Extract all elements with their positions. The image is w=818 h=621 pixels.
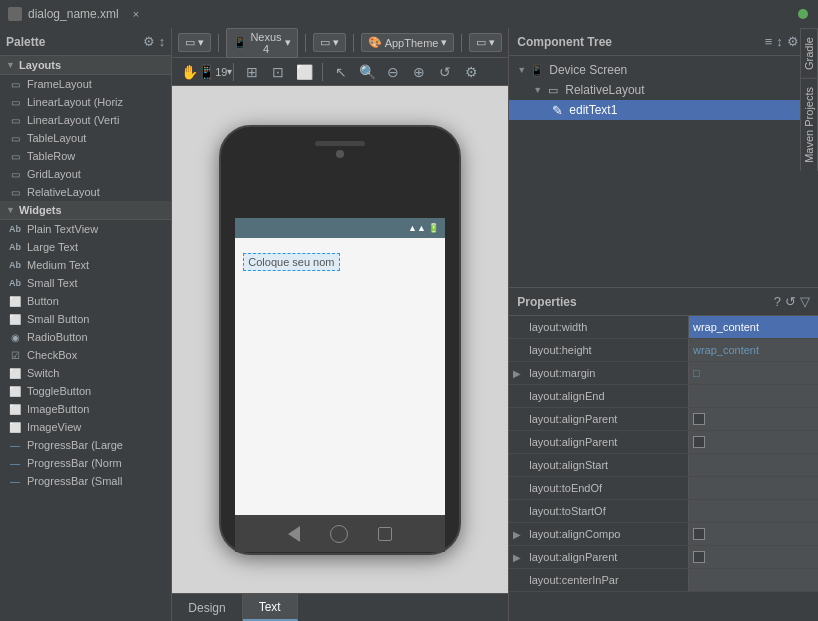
close-tab-button[interactable]: ×: [133, 8, 139, 20]
palette-item-imageview[interactable]: ⬜ ImageView: [0, 418, 171, 436]
properties-filter-button[interactable]: ▽: [800, 294, 810, 309]
prop-row-layout-centerinpar[interactable]: layout:centerInPar: [509, 569, 818, 592]
layout-button[interactable]: ▭ ▾: [313, 33, 346, 52]
device-label: Nexus 4: [250, 31, 282, 55]
layout-alignstart-value[interactable]: [688, 454, 818, 476]
palette-item-framelayout[interactable]: ▭ FrameLayout: [0, 75, 171, 93]
palette-item-progressbar-large[interactable]: — ProgressBar (Large: [0, 436, 171, 454]
palette-item-linearlayout-vert[interactable]: ▭ LinearLayout (Verti: [0, 111, 171, 129]
layout-aligncompo-expand[interactable]: ▶: [509, 529, 525, 540]
palette-item-button[interactable]: ⬜ Button: [0, 292, 171, 310]
palette-item-tablelayout[interactable]: ▭ TableLayout: [0, 129, 171, 147]
alignparent1-checkbox[interactable]: [693, 413, 705, 425]
tab-design-label: Design: [188, 601, 225, 615]
alignparent2-checkbox[interactable]: [693, 436, 705, 448]
palette-filter-icon[interactable]: ↕: [159, 34, 166, 49]
refresh-button[interactable]: ↺: [434, 61, 456, 83]
palette-item-largetext[interactable]: Ab Large Text: [0, 238, 171, 256]
palette-item-gridlayout[interactable]: ▭ GridLayout: [0, 165, 171, 183]
layout-alignparent3-expand[interactable]: ▶: [509, 552, 525, 563]
palette-item-progressbar-small[interactable]: — ProgressBar (Small: [0, 472, 171, 490]
prop-row-layout-alignend[interactable]: layout:alignEnd: [509, 385, 818, 408]
device-icon: 📱: [233, 36, 247, 49]
layout-alignparent2-value[interactable]: [688, 431, 818, 453]
tree-item-relativelayout[interactable]: ▼ ▭ RelativeLayout: [509, 80, 818, 100]
palette-category-layouts[interactable]: Layouts: [0, 56, 171, 75]
theme-button[interactable]: 🎨 AppTheme ▾: [361, 33, 455, 52]
theme-icon: 🎨: [368, 36, 382, 49]
layout-alignend-value[interactable]: [688, 385, 818, 407]
aligncompo-checkbox[interactable]: [693, 528, 705, 540]
palette-category-widgets[interactable]: Widgets: [0, 201, 171, 220]
fit-button[interactable]: ⊡: [267, 61, 289, 83]
edittext-widget[interactable]: Coloque seu nom: [243, 253, 339, 271]
layout-centerinpar-value[interactable]: [688, 569, 818, 591]
layouts-label: Layouts: [19, 59, 61, 71]
grid-view-button[interactable]: ⊞: [241, 61, 263, 83]
back-button[interactable]: [288, 526, 300, 542]
prop-row-layout-height[interactable]: layout:height wrap_content: [509, 339, 818, 362]
palette-item-imagebutton[interactable]: ⬜ ImageButton: [0, 400, 171, 418]
tree-sort2-button[interactable]: ↕: [776, 34, 783, 49]
properties-undo-button[interactable]: ↺: [785, 294, 796, 309]
layout-alignparent1-value[interactable]: [688, 408, 818, 430]
zoom-out-button[interactable]: ⊖: [382, 61, 404, 83]
palette-item-switch[interactable]: ⬜ Switch: [0, 364, 171, 382]
pointer-button[interactable]: ↖: [330, 61, 352, 83]
tree-item-edittext1[interactable]: ✎ editText1: [509, 100, 818, 120]
layout-tostartof-value[interactable]: [688, 500, 818, 522]
palette-item-tablerow[interactable]: ▭ TableRow: [0, 147, 171, 165]
maven-tab[interactable]: Maven Projects: [801, 78, 818, 171]
zoom-fit-button[interactable]: ⊕: [408, 61, 430, 83]
tab-text[interactable]: Text: [243, 594, 298, 621]
palette-item-smallbutton[interactable]: ⬜ Small Button: [0, 310, 171, 328]
layout-aligncompo-value[interactable]: [688, 523, 818, 545]
layout-alignparent3-value[interactable]: [688, 546, 818, 568]
prop-row-layout-alignparent-1[interactable]: layout:alignParent: [509, 408, 818, 431]
prop-row-layout-aligncompo[interactable]: ▶ layout:alignCompo: [509, 523, 818, 546]
palette-item-smalltext[interactable]: Ab Small Text: [0, 274, 171, 292]
api-button[interactable]: 📱 19 ▾: [204, 61, 226, 83]
palette-item-checkbox[interactable]: ☑ CheckBox: [0, 346, 171, 364]
main-toolbar: ▭ ▾ 📱 Nexus 4 ▾ ▭ ▾ 🎨 AppTheme ▾ ▭: [172, 28, 508, 58]
palette-item-relativelayout[interactable]: ▭ RelativeLayout: [0, 183, 171, 201]
palette-item-mediumtext[interactable]: Ab Medium Text: [0, 256, 171, 274]
prop-row-layout-margin[interactable]: ▶ layout:margin □: [509, 362, 818, 385]
portrait-button[interactable]: ⬜: [293, 61, 315, 83]
zoom-in-button[interactable]: 🔍: [356, 61, 378, 83]
layout-margin-value[interactable]: □: [688, 362, 818, 384]
layout-alignparent2-name: layout:alignParent: [525, 434, 688, 450]
layout-height-value[interactable]: wrap_content: [688, 339, 818, 361]
gradle-tab[interactable]: Gradle: [801, 28, 818, 78]
pan-button[interactable]: ✋: [178, 61, 200, 83]
component-tree-title: Component Tree: [517, 35, 612, 49]
tree-item-device-screen[interactable]: ▼ 📱 Device Screen: [509, 60, 818, 80]
properties-help-button[interactable]: ?: [774, 294, 781, 309]
palette-item-plaintextview[interactable]: Ab Plain TextView: [0, 220, 171, 238]
prop-row-layout-tostartof[interactable]: layout:toStartOf: [509, 500, 818, 523]
palette-item-progressbar-norm[interactable]: — ProgressBar (Norm: [0, 454, 171, 472]
palette-search-icon[interactable]: ⚙: [143, 34, 155, 49]
prop-row-layout-alignparent-2[interactable]: layout:alignParent: [509, 431, 818, 454]
home-button[interactable]: [330, 525, 348, 543]
prop-row-layout-alignstart[interactable]: layout:alignStart: [509, 454, 818, 477]
prop-row-layout-toendof[interactable]: layout:toEndOf: [509, 477, 818, 500]
layout-margin-expand[interactable]: ▶: [509, 368, 525, 379]
alignparent3-checkbox[interactable]: [693, 551, 705, 563]
tree-sort-button[interactable]: ≡: [765, 34, 773, 49]
palette-item-radiobutton[interactable]: ◉ RadioButton: [0, 328, 171, 346]
tab-design[interactable]: Design: [172, 594, 242, 621]
settings-button[interactable]: ⚙: [460, 61, 482, 83]
device-button[interactable]: 📱 Nexus 4 ▾: [226, 28, 298, 58]
palette-item-togglebutton[interactable]: ⬜ ToggleButton: [0, 382, 171, 400]
recent-button[interactable]: [378, 527, 392, 541]
prop-row-layout-width[interactable]: layout:width wrap_content: [509, 316, 818, 339]
tablerow-label: TableRow: [27, 150, 75, 162]
palette-item-linearlayout-horiz[interactable]: ▭ LinearLayout (Horiz: [0, 93, 171, 111]
layout-width-value[interactable]: wrap_content: [688, 316, 818, 338]
layout-toendof-value[interactable]: [688, 477, 818, 499]
layout-mode-button[interactable]: ▭ ▾: [469, 33, 502, 52]
tree-settings-button[interactable]: ⚙: [787, 34, 799, 49]
add-button[interactable]: ▭ ▾: [178, 33, 211, 52]
prop-row-layout-alignparent-3[interactable]: ▶ layout:alignParent: [509, 546, 818, 569]
